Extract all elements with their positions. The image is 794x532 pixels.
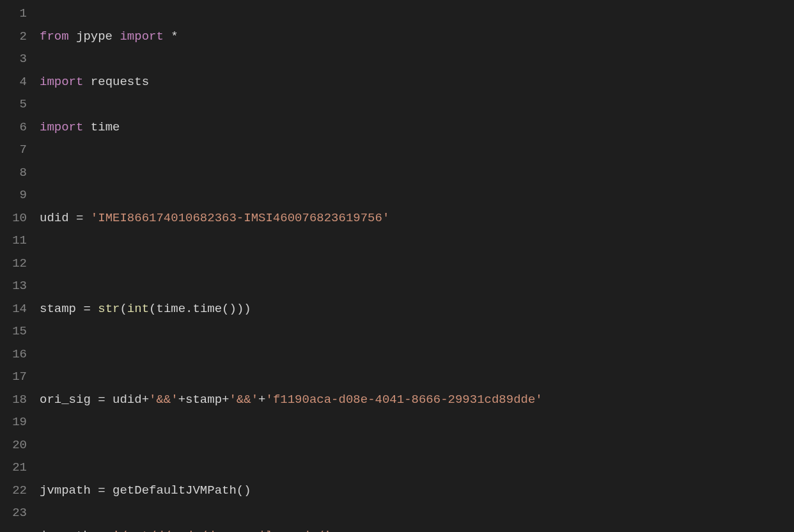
variable: jarpath bbox=[40, 529, 91, 533]
code-line[interactable] bbox=[40, 162, 794, 185]
code-line[interactable]: jvmpath = getDefaultJVMPath() bbox=[40, 480, 794, 503]
expr: + bbox=[258, 393, 265, 407]
paren: ( bbox=[120, 302, 127, 316]
code-line[interactable]: udid = 'IMEI866174010682363-IMSI46007682… bbox=[40, 207, 794, 230]
line-number: 10 bbox=[0, 207, 27, 230]
module: requests bbox=[91, 75, 149, 89]
line-number: 14 bbox=[0, 298, 27, 321]
code-line[interactable]: import requests bbox=[40, 71, 794, 94]
line-number: 12 bbox=[0, 253, 27, 276]
expr: (time.time())) bbox=[149, 302, 251, 316]
keyword: import bbox=[40, 120, 91, 134]
line-number: 23 bbox=[0, 502, 27, 525]
line-number: 8 bbox=[0, 162, 27, 185]
line-number: 6 bbox=[0, 116, 27, 139]
keyword: from bbox=[40, 29, 76, 43]
code-line[interactable]: ori_sig = udid+'&&'+stamp+'&&'+'f1190aca… bbox=[40, 389, 794, 412]
code-area[interactable]: from jpype import * import requests impo… bbox=[40, 3, 794, 532]
variable: jvmpath bbox=[40, 483, 91, 497]
string: '&&' bbox=[229, 393, 258, 407]
line-number: 3 bbox=[0, 48, 27, 71]
line-number: 19 bbox=[0, 411, 27, 434]
variable: ori_sig bbox=[40, 393, 91, 407]
line-number: 15 bbox=[0, 320, 27, 343]
variable: stamp bbox=[40, 302, 76, 316]
code-line[interactable]: stamp = str(int(time.time())) bbox=[40, 298, 794, 321]
line-number: 22 bbox=[0, 480, 27, 503]
line-number: 21 bbox=[0, 457, 27, 480]
string: '/mnt/d/code/de_compile_code/' bbox=[113, 529, 331, 533]
string: '&&' bbox=[149, 393, 178, 407]
keyword: import bbox=[113, 29, 171, 43]
builtin: str bbox=[98, 302, 120, 316]
expr: = getDefaultJVMPath() bbox=[91, 483, 251, 497]
code-line[interactable] bbox=[40, 253, 794, 276]
line-number: 11 bbox=[0, 230, 27, 253]
operator: = bbox=[91, 529, 113, 533]
string: 'f1190aca-d08e-4041-8666-29931cd89dde' bbox=[266, 393, 543, 407]
line-number: 4 bbox=[0, 71, 27, 94]
module: jpype bbox=[76, 29, 113, 43]
code-line[interactable]: from jpype import * bbox=[40, 26, 794, 49]
line-number: 7 bbox=[0, 139, 27, 162]
line-number: 2 bbox=[0, 26, 27, 49]
code-line[interactable] bbox=[40, 434, 794, 457]
code-line[interactable] bbox=[40, 343, 794, 366]
expr: +stamp+ bbox=[178, 393, 230, 407]
line-number-gutter: 1234567891011121314151617181920212223 bbox=[0, 3, 40, 532]
line-number: 20 bbox=[0, 434, 27, 457]
string: 'IMEI866174010682363-IMSI460076823619756… bbox=[91, 211, 389, 225]
line-number: 13 bbox=[0, 275, 27, 298]
line-number: 18 bbox=[0, 389, 27, 412]
code-line[interactable]: import time bbox=[40, 116, 794, 139]
expr: = udid+ bbox=[91, 393, 149, 407]
keyword: import bbox=[40, 75, 91, 89]
code-editor[interactable]: 1234567891011121314151617181920212223 fr… bbox=[0, 0, 794, 532]
line-number: 17 bbox=[0, 366, 27, 389]
wildcard: * bbox=[171, 29, 178, 43]
line-number: 1 bbox=[0, 3, 27, 26]
operator: = bbox=[69, 211, 91, 225]
code-line[interactable]: jarpath = '/mnt/d/code/de_compile_code/' bbox=[40, 525, 794, 533]
operator: = bbox=[76, 302, 98, 316]
module: time bbox=[91, 120, 120, 134]
line-number: 5 bbox=[0, 93, 27, 116]
builtin: int bbox=[127, 302, 149, 316]
variable: udid bbox=[40, 211, 69, 225]
line-number: 9 bbox=[0, 184, 27, 207]
line-number: 16 bbox=[0, 343, 27, 366]
